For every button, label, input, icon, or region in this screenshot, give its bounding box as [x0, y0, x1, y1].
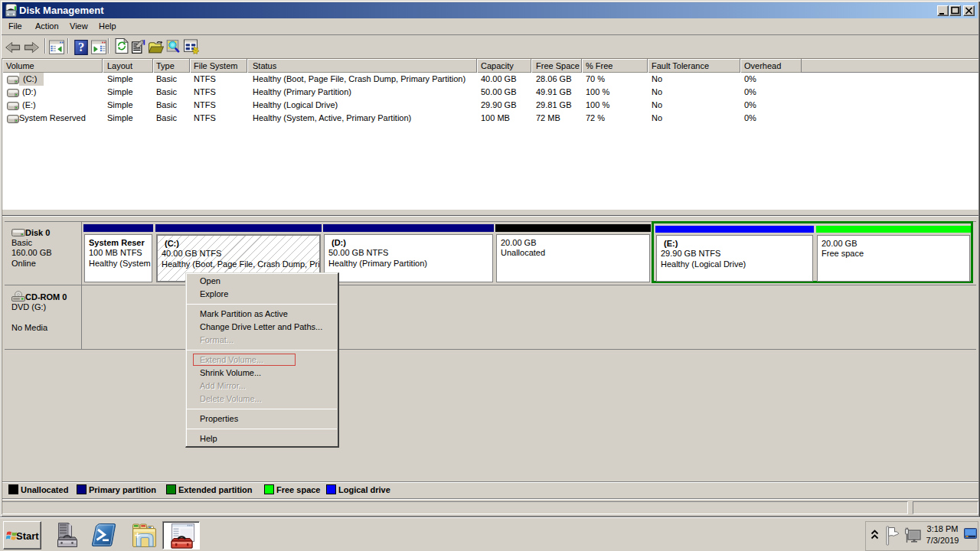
svg-text:?: ?: [78, 40, 84, 54]
